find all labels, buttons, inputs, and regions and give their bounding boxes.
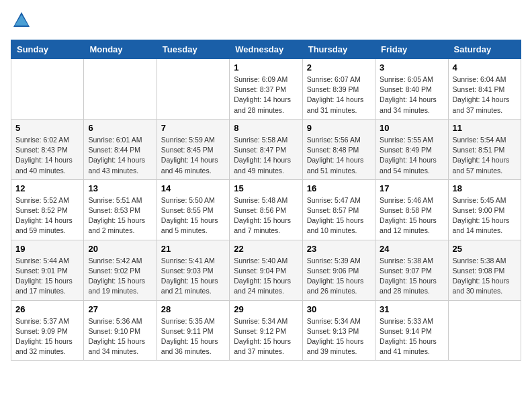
table-row: 10Sunrise: 5:55 AMSunset: 8:49 PMDayligh… bbox=[375, 119, 448, 179]
day-info: Sunrise: 5:56 AMSunset: 8:48 PMDaylight:… bbox=[307, 135, 371, 176]
table-row: 27Sunrise: 5:36 AMSunset: 9:10 PMDayligh… bbox=[84, 300, 157, 361]
table-row: 3Sunrise: 6:05 AMSunset: 8:40 PMDaylight… bbox=[375, 59, 448, 120]
table-row bbox=[448, 300, 521, 361]
day-info: Sunrise: 5:44 AMSunset: 9:01 PMDaylight:… bbox=[15, 256, 79, 297]
day-number: 18 bbox=[453, 183, 517, 193]
table-row: 16Sunrise: 5:47 AMSunset: 8:57 PMDayligh… bbox=[302, 179, 375, 240]
day-info: Sunrise: 5:39 AMSunset: 9:06 PMDaylight:… bbox=[307, 256, 371, 297]
calendar-week-3: 12Sunrise: 5:52 AMSunset: 8:52 PMDayligh… bbox=[11, 179, 521, 240]
day-info: Sunrise: 6:07 AMSunset: 8:39 PMDaylight:… bbox=[307, 75, 371, 116]
table-row bbox=[84, 59, 157, 120]
day-number: 9 bbox=[307, 123, 371, 133]
day-number: 17 bbox=[380, 183, 443, 193]
table-row: 21Sunrise: 5:41 AMSunset: 9:03 PMDayligh… bbox=[157, 240, 229, 300]
day-info: Sunrise: 6:04 AMSunset: 8:41 PMDaylight:… bbox=[453, 75, 517, 116]
day-info: Sunrise: 5:46 AMSunset: 8:58 PMDaylight:… bbox=[380, 195, 443, 236]
day-header-tuesday: Tuesday bbox=[157, 40, 229, 59]
day-number: 2 bbox=[307, 62, 371, 73]
logo bbox=[11, 11, 31, 33]
day-info: Sunrise: 5:52 AMSunset: 8:52 PMDaylight:… bbox=[15, 195, 79, 236]
day-number: 6 bbox=[88, 123, 152, 133]
day-number: 14 bbox=[161, 183, 225, 193]
day-info: Sunrise: 5:51 AMSunset: 8:53 PMDaylight:… bbox=[88, 195, 152, 236]
day-info: Sunrise: 5:34 AMSunset: 9:13 PMDaylight:… bbox=[307, 316, 371, 357]
day-number: 7 bbox=[161, 123, 225, 133]
table-row: 14Sunrise: 5:50 AMSunset: 8:55 PMDayligh… bbox=[157, 179, 229, 240]
day-info: Sunrise: 5:34 AMSunset: 9:12 PMDaylight:… bbox=[234, 316, 298, 357]
day-number: 13 bbox=[88, 183, 152, 193]
day-header-monday: Monday bbox=[84, 40, 157, 59]
table-row: 29Sunrise: 5:34 AMSunset: 9:12 PMDayligh… bbox=[230, 300, 302, 361]
day-header-saturday: Saturday bbox=[448, 40, 521, 59]
page-header bbox=[11, 11, 521, 33]
day-number: 22 bbox=[234, 244, 298, 254]
day-number: 11 bbox=[453, 123, 517, 133]
day-info: Sunrise: 5:40 AMSunset: 9:04 PMDaylight:… bbox=[234, 256, 298, 297]
day-info: Sunrise: 6:02 AMSunset: 8:43 PMDaylight:… bbox=[15, 135, 79, 176]
calendar-week-1: 1Sunrise: 6:09 AMSunset: 8:37 PMDaylight… bbox=[11, 59, 521, 120]
day-number: 29 bbox=[234, 304, 298, 314]
day-number: 10 bbox=[380, 123, 443, 133]
calendar-body: 1Sunrise: 6:09 AMSunset: 8:37 PMDaylight… bbox=[11, 59, 521, 361]
day-info: Sunrise: 5:45 AMSunset: 9:00 PMDaylight:… bbox=[453, 195, 517, 236]
logo-icon bbox=[12, 11, 31, 30]
day-info: Sunrise: 5:36 AMSunset: 9:10 PMDaylight:… bbox=[88, 316, 152, 357]
day-info: Sunrise: 5:41 AMSunset: 9:03 PMDaylight:… bbox=[161, 256, 225, 297]
calendar-week-2: 5Sunrise: 6:02 AMSunset: 8:43 PMDaylight… bbox=[11, 119, 521, 179]
day-info: Sunrise: 5:38 AMSunset: 9:08 PMDaylight:… bbox=[453, 256, 517, 297]
day-number: 4 bbox=[453, 62, 517, 73]
day-info: Sunrise: 5:55 AMSunset: 8:49 PMDaylight:… bbox=[380, 135, 443, 176]
calendar-week-5: 26Sunrise: 5:37 AMSunset: 9:09 PMDayligh… bbox=[11, 300, 521, 361]
table-row bbox=[11, 59, 84, 120]
day-info: Sunrise: 5:35 AMSunset: 9:11 PMDaylight:… bbox=[161, 316, 225, 357]
day-number: 28 bbox=[161, 304, 225, 314]
day-header-wednesday: Wednesday bbox=[230, 40, 302, 59]
svg-marker-1 bbox=[15, 15, 28, 26]
table-row: 2Sunrise: 6:07 AMSunset: 8:39 PMDaylight… bbox=[302, 59, 375, 120]
table-row: 31Sunrise: 5:33 AMSunset: 9:14 PMDayligh… bbox=[375, 300, 448, 361]
table-row: 25Sunrise: 5:38 AMSunset: 9:08 PMDayligh… bbox=[448, 240, 521, 300]
day-info: Sunrise: 5:58 AMSunset: 8:47 PMDaylight:… bbox=[234, 135, 298, 176]
table-row: 13Sunrise: 5:51 AMSunset: 8:53 PMDayligh… bbox=[84, 179, 157, 240]
day-number: 20 bbox=[88, 244, 152, 254]
day-number: 16 bbox=[307, 183, 371, 193]
day-number: 12 bbox=[15, 183, 79, 193]
day-info: Sunrise: 6:09 AMSunset: 8:37 PMDaylight:… bbox=[234, 75, 298, 116]
day-header-sunday: Sunday bbox=[11, 40, 84, 59]
day-number: 3 bbox=[380, 62, 443, 73]
day-info: Sunrise: 5:33 AMSunset: 9:14 PMDaylight:… bbox=[380, 316, 443, 357]
day-number: 15 bbox=[234, 183, 298, 193]
table-row: 19Sunrise: 5:44 AMSunset: 9:01 PMDayligh… bbox=[11, 240, 84, 300]
day-info: Sunrise: 5:38 AMSunset: 9:07 PMDaylight:… bbox=[380, 256, 443, 297]
table-row: 5Sunrise: 6:02 AMSunset: 8:43 PMDaylight… bbox=[11, 119, 84, 179]
day-number: 8 bbox=[234, 123, 298, 133]
day-number: 23 bbox=[307, 244, 371, 254]
table-row: 24Sunrise: 5:38 AMSunset: 9:07 PMDayligh… bbox=[375, 240, 448, 300]
calendar-table: SundayMondayTuesdayWednesdayThursdayFrid… bbox=[11, 40, 521, 361]
table-row: 17Sunrise: 5:46 AMSunset: 8:58 PMDayligh… bbox=[375, 179, 448, 240]
calendar-header-row: SundayMondayTuesdayWednesdayThursdayFrid… bbox=[11, 40, 521, 59]
table-row: 28Sunrise: 5:35 AMSunset: 9:11 PMDayligh… bbox=[157, 300, 229, 361]
day-info: Sunrise: 5:48 AMSunset: 8:56 PMDaylight:… bbox=[234, 195, 298, 236]
day-number: 25 bbox=[453, 244, 517, 254]
table-row: 1Sunrise: 6:09 AMSunset: 8:37 PMDaylight… bbox=[230, 59, 302, 120]
table-row: 11Sunrise: 5:54 AMSunset: 8:51 PMDayligh… bbox=[448, 119, 521, 179]
day-number: 5 bbox=[15, 123, 79, 133]
day-number: 30 bbox=[307, 304, 371, 314]
day-number: 24 bbox=[380, 244, 443, 254]
day-number: 21 bbox=[161, 244, 225, 254]
day-info: Sunrise: 5:37 AMSunset: 9:09 PMDaylight:… bbox=[15, 316, 79, 357]
day-header-thursday: Thursday bbox=[302, 40, 375, 59]
day-info: Sunrise: 5:59 AMSunset: 8:45 PMDaylight:… bbox=[161, 135, 225, 176]
day-info: Sunrise: 6:01 AMSunset: 8:44 PMDaylight:… bbox=[88, 135, 152, 176]
table-row: 26Sunrise: 5:37 AMSunset: 9:09 PMDayligh… bbox=[11, 300, 84, 361]
table-row: 22Sunrise: 5:40 AMSunset: 9:04 PMDayligh… bbox=[230, 240, 302, 300]
table-row: 7Sunrise: 5:59 AMSunset: 8:45 PMDaylight… bbox=[157, 119, 229, 179]
day-info: Sunrise: 5:50 AMSunset: 8:55 PMDaylight:… bbox=[161, 195, 225, 236]
table-row: 30Sunrise: 5:34 AMSunset: 9:13 PMDayligh… bbox=[302, 300, 375, 361]
day-number: 31 bbox=[380, 304, 443, 314]
day-number: 27 bbox=[88, 304, 152, 314]
table-row: 4Sunrise: 6:04 AMSunset: 8:41 PMDaylight… bbox=[448, 59, 521, 120]
day-number: 26 bbox=[15, 304, 79, 314]
table-row: 8Sunrise: 5:58 AMSunset: 8:47 PMDaylight… bbox=[230, 119, 302, 179]
